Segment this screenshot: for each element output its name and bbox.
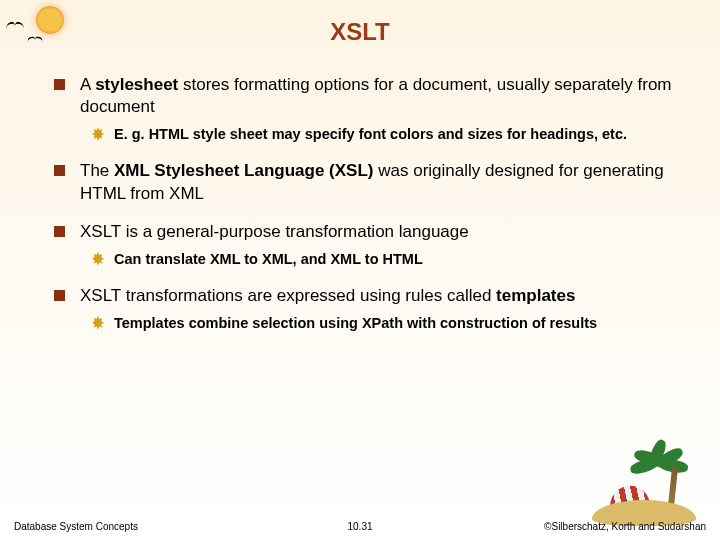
- bullet-4: XSLT transformations are expressed using…: [76, 285, 680, 333]
- footer-right: ©Silberschatz, Korth and Sudarshan: [544, 521, 706, 532]
- sub-bullet: Can translate XML to XML, and XML to HTM…: [114, 250, 680, 270]
- term: XML Stylesheet Language (XSL): [114, 161, 373, 180]
- bullet-1: A stylesheet stores formatting options f…: [76, 74, 680, 144]
- footer-center: 10.31: [347, 521, 372, 532]
- sub-list: Can translate XML to XML, and XML to HTM…: [80, 250, 680, 270]
- island-icon: [584, 446, 704, 526]
- sub-bullet: E. g. HTML style sheet may specify font …: [114, 125, 680, 145]
- text: The: [80, 161, 114, 180]
- term: templates: [496, 286, 575, 305]
- text: XSLT transformations are expressed using…: [80, 286, 496, 305]
- footer-left: Database System Concepts: [14, 521, 138, 532]
- bullet-3: XSLT is a general-purpose transformation…: [76, 221, 680, 269]
- text: A: [80, 75, 95, 94]
- sub-list: Templates combine selection using XPath …: [80, 314, 680, 334]
- sub-bullet: Templates combine selection using XPath …: [114, 314, 680, 334]
- term: stylesheet: [95, 75, 178, 94]
- slide-title: XSLT: [40, 18, 680, 46]
- text: XSLT is a general-purpose transformation…: [80, 222, 469, 241]
- sub-list: E. g. HTML style sheet may specify font …: [80, 125, 680, 145]
- bullet-list: A stylesheet stores formatting options f…: [50, 74, 680, 333]
- slide: XSLT A stylesheet stores formatting opti…: [0, 0, 720, 540]
- bullet-2: The XML Stylesheet Language (XSL) was or…: [76, 160, 680, 205]
- birds-icon: [4, 18, 54, 58]
